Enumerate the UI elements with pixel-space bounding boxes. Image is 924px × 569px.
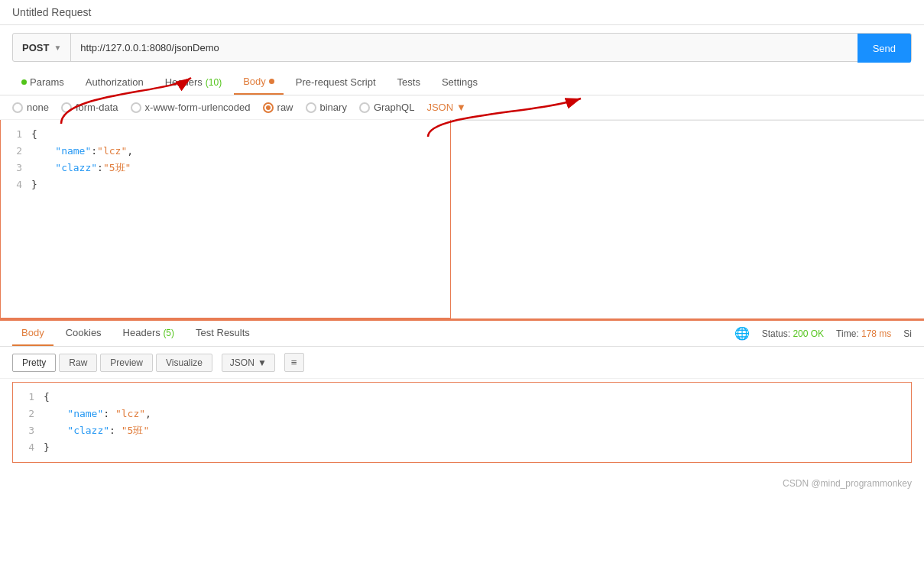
status-label: Status: 200 OK	[762, 328, 824, 339]
response-tab-body-label: Body	[21, 327, 44, 338]
response-tab-test-results-label: Test Results	[196, 327, 250, 338]
tab-settings-label: Settings	[442, 76, 478, 88]
status-value: 200 OK	[793, 328, 824, 339]
page-title: Untitled Request	[0, 0, 924, 25]
url-input[interactable]	[71, 42, 857, 53]
url-bar: POST ▼ Send	[12, 33, 912, 62]
raw-radio[interactable]	[263, 102, 274, 113]
headers-count: (10)	[206, 77, 222, 88]
urlencoded-radio[interactable]	[131, 102, 141, 113]
response-tab-headers[interactable]: Headers (5)	[114, 321, 183, 346]
line-content-4: }	[31, 176, 450, 193]
send-button[interactable]: Send	[858, 34, 911, 63]
response-line-4: 4 }	[13, 439, 911, 456]
resp-line-num-2: 2	[13, 406, 44, 422]
none-label: none	[27, 102, 49, 113]
body-type-binary[interactable]: binary	[306, 102, 347, 113]
raw-label: raw	[277, 102, 293, 113]
size-label: Si	[903, 328, 912, 339]
body-type-urlencoded[interactable]: x-www-form-urlencoded	[131, 102, 251, 113]
tab-pre-request-label: Pre-request Script	[296, 76, 376, 88]
json-format-label: JSON	[426, 102, 453, 113]
method-label: POST	[22, 42, 49, 53]
tab-authorization-label: Authorization	[86, 76, 144, 88]
wrap-button[interactable]: ≡	[284, 353, 304, 372]
format-preview-btn[interactable]: Preview	[100, 354, 153, 372]
response-editor[interactable]: 1 { 2 "name": "lcz", 3 "clazz": "5班"	[12, 382, 912, 463]
response-code-editor: 1 { 2 "name": "lcz", 3 "clazz": "5班"	[13, 389, 911, 456]
line-num-1: 1	[1, 126, 31, 143]
params-dot	[21, 79, 27, 85]
body-dot	[269, 79, 274, 84]
graphql-radio[interactable]	[359, 102, 370, 113]
format-visualize-btn[interactable]: Visualize	[156, 354, 212, 372]
response-line-3: 3 "clazz": "5班"	[13, 422, 911, 439]
content-area: 1 { 2 "name":"lcz", 3 "clazz":"5班"	[0, 120, 924, 318]
resp-line-num-1: 1	[13, 389, 44, 406]
form-data-radio[interactable]	[61, 102, 72, 113]
tab-pre-request[interactable]: Pre-request Script	[287, 70, 385, 94]
tab-params-label: Params	[30, 76, 64, 88]
response-section: Body Cookies Headers (5) Test Results 🌐 …	[0, 318, 924, 472]
tab-authorization[interactable]: Authorization	[76, 70, 153, 94]
line-num-4: 4	[1, 176, 31, 193]
right-panel	[451, 120, 924, 318]
resp-line-content-4: }	[44, 439, 911, 456]
body-type-raw[interactable]: raw	[263, 102, 293, 113]
globe-icon: 🌐	[734, 326, 750, 341]
tab-body-label: Body	[243, 76, 266, 87]
method-selector[interactable]: POST ▼	[13, 34, 71, 61]
response-headers-count: (5)	[163, 328, 174, 338]
binary-label: binary	[320, 102, 347, 113]
tab-params[interactable]: Params	[12, 70, 73, 94]
format-pretty-btn[interactable]: Pretty	[12, 354, 56, 372]
form-data-label: form-data	[76, 102, 118, 113]
binary-radio[interactable]	[306, 102, 316, 113]
graphql-label: GraphQL	[374, 102, 414, 113]
resp-line-content-3: "clazz": "5班"	[44, 422, 911, 439]
resp-line-content-1: {	[44, 389, 911, 406]
body-type-bar: none form-data x-www-form-urlencoded raw…	[0, 95, 924, 120]
code-line-2: 2 "name":"lcz",	[1, 143, 450, 160]
line-content-2: "name":"lcz",	[31, 143, 450, 160]
tab-headers[interactable]: Headers (10)	[156, 70, 231, 94]
request-tabs-bar: Params Authorization Headers (10) Body P…	[0, 70, 924, 95]
resp-line-num-4: 4	[13, 439, 44, 456]
code-editor[interactable]: 1 { 2 "name":"lcz", 3 "clazz":"5班"	[1, 126, 450, 193]
method-chevron-icon: ▼	[53, 44, 61, 52]
response-format-chevron: ▼	[258, 357, 267, 368]
response-line-1: 1 {	[13, 389, 911, 406]
body-type-none[interactable]: none	[12, 102, 49, 113]
request-editor[interactable]: 1 { 2 "name":"lcz", 3 "clazz":"5班"	[0, 120, 451, 318]
json-chevron-icon: ▼	[456, 102, 466, 113]
resp-line-content-2: "name": "lcz",	[44, 406, 911, 422]
format-raw-btn[interactable]: Raw	[59, 354, 97, 372]
response-format-dropdown[interactable]: JSON ▼	[222, 354, 275, 372]
response-status: 🌐 Status: 200 OK Time: 178 ms Si	[734, 326, 912, 341]
response-format-label: JSON	[230, 357, 255, 368]
tab-settings[interactable]: Settings	[433, 70, 487, 94]
response-line-2: 2 "name": "lcz",	[13, 406, 911, 422]
urlencoded-label: x-www-form-urlencoded	[145, 102, 251, 113]
resp-line-num-3: 3	[13, 422, 44, 439]
response-container: 1 { 2 "name": "lcz", 3 "clazz": "5班"	[0, 379, 924, 472]
response-tabs: Body Cookies Headers (5) Test Results	[12, 321, 259, 346]
footer: CSDN @mind_programmonkey	[0, 472, 924, 495]
line-num-2: 2	[1, 143, 31, 160]
time-label: Time: 178 ms	[836, 328, 891, 339]
footer-text: CSDN @mind_programmonkey	[783, 478, 912, 489]
body-type-form-data[interactable]: form-data	[61, 102, 118, 113]
tab-tests-label: Tests	[397, 76, 420, 88]
response-tab-body[interactable]: Body	[12, 321, 53, 346]
response-format-bar: Pretty Raw Preview Visualize JSON ▼ ≡	[0, 347, 924, 379]
response-tab-cookies[interactable]: Cookies	[57, 321, 111, 346]
json-format-dropdown[interactable]: JSON ▼	[426, 102, 466, 113]
code-line-4: 4 }	[1, 176, 450, 193]
response-tabs-bar: Body Cookies Headers (5) Test Results 🌐 …	[0, 321, 924, 347]
body-type-graphql[interactable]: GraphQL	[359, 102, 414, 113]
tab-body[interactable]: Body	[234, 70, 284, 95]
tab-tests[interactable]: Tests	[388, 70, 430, 94]
tab-headers-label: Headers	[165, 76, 203, 88]
none-radio[interactable]	[12, 102, 23, 113]
response-tab-test-results[interactable]: Test Results	[186, 321, 259, 346]
